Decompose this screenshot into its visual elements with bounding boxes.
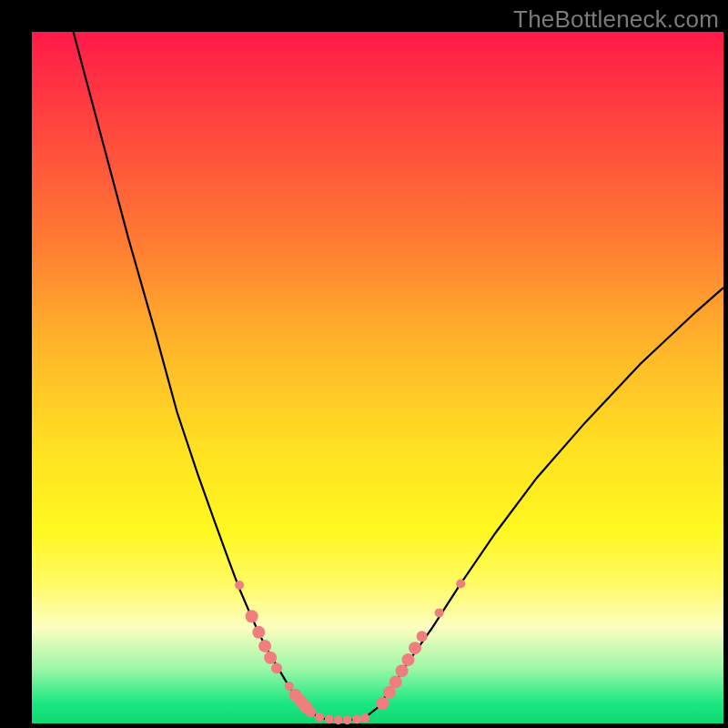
scatter-dot xyxy=(389,675,402,688)
scatter-dot xyxy=(235,581,244,590)
scatter-dot xyxy=(409,642,421,654)
scatter-dot xyxy=(360,713,369,723)
scatter-dot xyxy=(343,715,352,724)
scatter-dot xyxy=(334,715,343,724)
scatter-dot xyxy=(435,608,444,617)
scatter-dot xyxy=(325,714,334,723)
scatter-dot xyxy=(264,652,277,664)
scatter-dot xyxy=(396,664,409,677)
scatter-dots xyxy=(235,579,465,724)
scatter-dot xyxy=(252,626,265,639)
curve-left-branch xyxy=(74,32,323,719)
scatter-dot xyxy=(417,631,428,642)
watermark-text: TheBottleneck.com xyxy=(513,5,719,34)
scatter-dot xyxy=(285,682,294,691)
scatter-dot xyxy=(258,640,271,652)
scatter-dot xyxy=(315,713,324,722)
scatter-dot xyxy=(376,697,389,710)
chart-overlay xyxy=(32,32,723,723)
chart-frame: TheBottleneck.com xyxy=(0,0,728,728)
curve-right-branch xyxy=(364,288,723,718)
scatter-dot xyxy=(352,714,361,723)
scatter-dot xyxy=(305,706,316,717)
scatter-dot xyxy=(271,662,282,673)
scatter-dot xyxy=(401,653,414,666)
scatter-dot xyxy=(246,610,258,622)
scatter-dot xyxy=(456,579,465,588)
